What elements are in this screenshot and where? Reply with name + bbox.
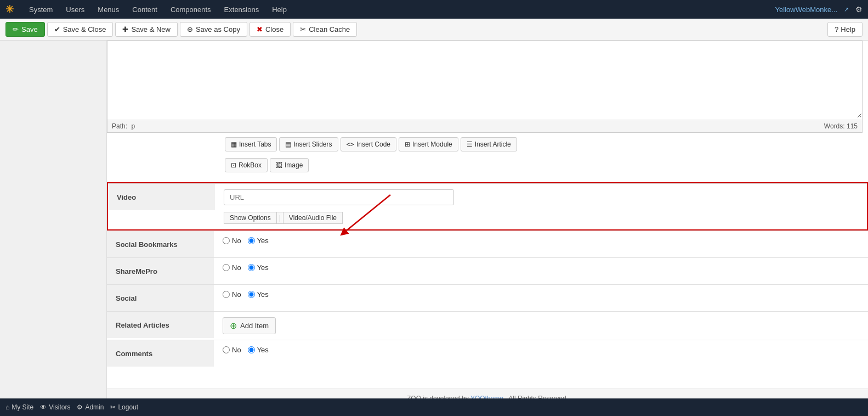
save-copy-button[interactable]: ⊕ Save as Copy <box>180 22 247 37</box>
main-content: Path: p Words: 115 ▦ Insert Tabs <box>0 41 868 398</box>
help-button[interactable]: ? Help <box>827 22 863 37</box>
comments-value: No Yes <box>214 340 868 359</box>
bottom-logout[interactable]: ✂ Logout <box>110 403 138 411</box>
editor-section: Path: p Words: 115 ▦ Insert Tabs <box>107 41 868 182</box>
editor-path: Path: p <box>112 122 135 130</box>
social-label: Social <box>107 285 214 311</box>
sharemepro-yes[interactable]: Yes <box>248 263 269 272</box>
social-no[interactable]: No <box>223 290 241 299</box>
add-icon: ⊕ <box>230 321 237 331</box>
sharemepro-value: No Yes <box>214 258 868 277</box>
image-button[interactable]: 🖼 Image <box>270 158 309 172</box>
top-navigation: ✳ System Users Menus Content Components … <box>0 0 868 19</box>
sharemepro-label: ShareMePro <box>107 258 214 284</box>
show-options-bar: Show Options | Video/Audio File <box>224 212 858 224</box>
sharemepro-no[interactable]: No <box>223 263 241 272</box>
insert-code-icon: <> <box>347 140 354 148</box>
yootheme-link[interactable]: YOOtheme <box>470 395 503 398</box>
external-link-icon: ↗ <box>844 6 849 13</box>
insert-article-icon: ☰ <box>467 140 473 148</box>
social-bookmarks-yes[interactable]: Yes <box>248 237 269 245</box>
nav-help[interactable]: Help <box>270 5 289 14</box>
top-nav-right: YellowWebMonke... ↗ ⚙ <box>775 5 863 14</box>
admin-icon: ⚙ <box>77 403 83 411</box>
comments-radio-group: No Yes <box>223 346 269 354</box>
nav-menus[interactable]: Menus <box>95 5 121 14</box>
close-button[interactable]: ✖ Close <box>249 22 291 37</box>
rokbox-button[interactable]: ⊡ RokBox <box>225 158 268 172</box>
save-button[interactable]: ✏ Save <box>5 22 45 37</box>
insert-tabs-icon: ▦ <box>231 140 237 148</box>
nav-system[interactable]: System <box>27 5 55 14</box>
insert-article-button[interactable]: ☰ Insert Article <box>461 137 517 151</box>
insert-buttons-row: ▦ Insert Tabs ▤ Insert Sliders <> Insert… <box>219 133 868 156</box>
video-row-wrapper: Video Show Options | Video/Audio File <box>107 182 868 231</box>
comments-yes[interactable]: Yes <box>248 346 269 354</box>
save-icon: ✏ <box>13 25 19 33</box>
joomla-logo: ✳ <box>5 3 14 15</box>
sidebar <box>0 41 107 398</box>
related-articles-label: Related Articles <box>107 312 214 338</box>
nav-extensions[interactable]: Extensions <box>222 5 262 14</box>
video-audio-file-button[interactable]: Video/Audio File <box>283 212 343 224</box>
social-bookmarks-radio-group: No Yes <box>223 237 269 245</box>
social-bookmarks-label: Social Bookmarks <box>107 231 214 257</box>
sharemepro-radio-group: No Yes <box>223 263 269 272</box>
social-bookmarks-value: No Yes <box>214 231 868 250</box>
social-row: Social No Yes <box>107 284 868 311</box>
checkmark-icon: ✔ <box>54 25 60 33</box>
footer: ZOO is developed by YOOtheme . All Right… <box>107 389 868 398</box>
visitors-icon: 👁 <box>40 403 47 411</box>
insert-sliders-button[interactable]: ▤ Insert Sliders <box>279 137 338 151</box>
copy-icon: ⊕ <box>187 25 193 33</box>
toolbar-right: ? Help <box>827 22 863 37</box>
save-close-button[interactable]: ✔ Save & Close <box>47 22 114 37</box>
help-icon: ? <box>835 25 838 33</box>
clean-cache-button[interactable]: ✂ Clean Cache <box>293 22 357 37</box>
image-icon: 🖼 <box>276 161 282 169</box>
social-yes[interactable]: Yes <box>248 290 269 299</box>
bottom-admin[interactable]: ⚙ Admin <box>77 403 104 411</box>
editor-path-bar: Path: p Words: 115 <box>107 120 862 132</box>
add-item-button[interactable]: ⊕ Add Item <box>223 317 276 334</box>
related-articles-value: ⊕ Add Item <box>214 312 868 340</box>
logout-icon: ✂ <box>110 403 116 411</box>
home-icon: ⌂ <box>5 403 9 411</box>
bottom-my-site[interactable]: ⌂ My Site <box>5 403 33 411</box>
comments-row: Comments No Yes <box>107 340 868 367</box>
social-radio-group: No Yes <box>223 290 269 299</box>
separator: | <box>277 212 283 224</box>
toolbar: ✏ Save ✔ Save & Close ✚ Save & New ⊕ Sav… <box>0 19 868 41</box>
plus-icon: ✚ <box>122 25 128 33</box>
insert-sliders-icon: ▤ <box>285 140 291 148</box>
comments-no[interactable]: No <box>223 346 241 354</box>
editor-word-count: Words: 115 <box>824 122 858 130</box>
video-label: Video <box>108 184 215 210</box>
insert-buttons-row2: ⊡ RokBox 🖼 Image <box>219 154 868 177</box>
show-options-button[interactable]: Show Options <box>224 212 277 224</box>
sharemepro-row: ShareMePro No Yes <box>107 257 868 284</box>
insert-module-button[interactable]: ⊞ Insert Module <box>399 137 458 151</box>
video-url-input[interactable] <box>224 189 454 205</box>
close-icon: ✖ <box>257 25 263 33</box>
editor-textarea[interactable] <box>107 41 862 118</box>
related-articles-row: Related Articles ⊕ Add Item <box>107 311 868 340</box>
nav-components[interactable]: Components <box>168 5 213 14</box>
social-bookmarks-row: Social Bookmarks No Yes <box>107 231 868 257</box>
insert-code-button[interactable]: <> Insert Code <box>341 137 397 151</box>
insert-module-icon: ⊞ <box>405 140 410 148</box>
insert-tabs-button[interactable]: ▦ Insert Tabs <box>225 137 277 151</box>
nav-content[interactable]: Content <box>130 5 160 14</box>
form-section: Video Show Options | Video/Audio File <box>107 182 868 367</box>
social-bookmarks-no[interactable]: No <box>223 237 241 245</box>
clean-cache-icon: ✂ <box>300 25 306 33</box>
settings-icon[interactable]: ⚙ <box>855 5 863 14</box>
video-row: Video Show Options | Video/Audio File <box>108 183 867 229</box>
nav-users[interactable]: Users <box>64 5 87 14</box>
social-value: No Yes <box>214 285 868 304</box>
bottom-taskbar: ⌂ My Site 👁 Visitors ⚙ Admin ✂ Logout <box>0 398 868 416</box>
bottom-visitors[interactable]: 👁 Visitors <box>40 403 70 411</box>
username-link[interactable]: YellowWebMonke... <box>775 5 837 14</box>
save-new-button[interactable]: ✚ Save & New <box>115 22 178 37</box>
comments-label: Comments <box>107 340 214 367</box>
